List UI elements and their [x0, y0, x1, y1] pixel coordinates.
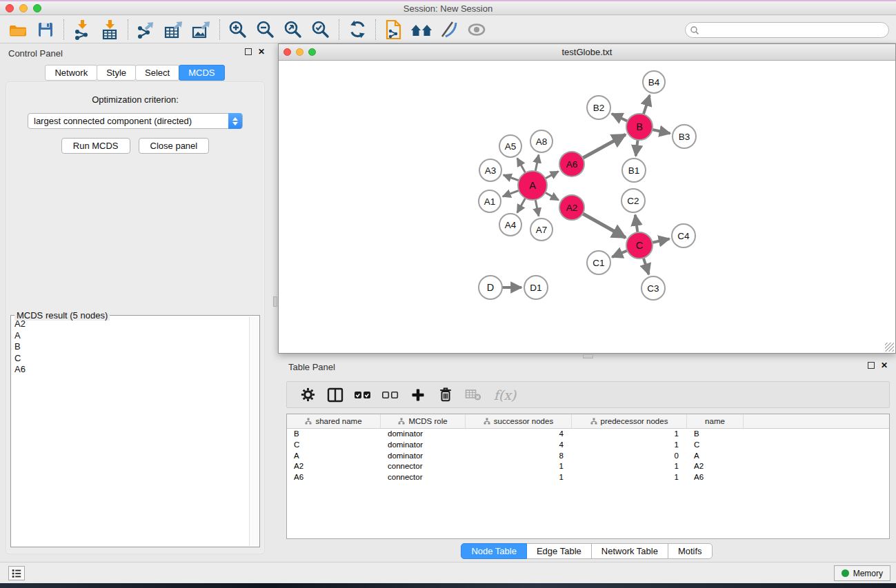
table-row[interactable]: Cdominator41C [287, 440, 889, 451]
column-header-successor-nodes[interactable]: successor nodes [466, 414, 572, 428]
tab-network[interactable]: Network [45, 65, 97, 81]
export-table-button[interactable] [160, 17, 188, 42]
table-cell[interactable]: A [287, 451, 381, 462]
zoom-fit-button[interactable] [279, 17, 307, 42]
search-input[interactable] [699, 24, 888, 37]
close-panel-icon[interactable]: ✕ [258, 48, 265, 55]
import-network-button[interactable] [68, 17, 96, 42]
show-panels-button[interactable] [8, 566, 25, 580]
graph-node-A3[interactable]: A3 [479, 159, 501, 181]
table-cell[interactable]: 1 [572, 429, 687, 440]
tab-node-table[interactable]: Node Table [461, 543, 527, 559]
table-settings-button[interactable] [295, 383, 320, 407]
table-cell[interactable]: 4 [466, 429, 572, 440]
mcds-result-item[interactable]: A2 [12, 318, 249, 330]
add-column-button[interactable] [406, 383, 430, 407]
criterion-select[interactable]: largest connected component (directed) [28, 113, 243, 129]
close-panel-button[interactable]: Close panel [139, 138, 210, 154]
save-session-button[interactable] [32, 17, 59, 42]
column-header-predecessor-nodes[interactable]: predecessor nodes [572, 414, 687, 428]
float-table-panel-icon[interactable] [868, 362, 875, 369]
deselect-all-button[interactable] [378, 383, 403, 407]
graph-node-C4[interactable]: C4 [672, 224, 695, 247]
table-cell[interactable]: 1 [466, 472, 572, 483]
column-header-MCDS-role[interactable]: MCDS role [381, 414, 466, 428]
zoom-out-button[interactable] [252, 17, 279, 42]
table-cell[interactable]: A2 [687, 461, 744, 472]
table-cell[interactable]: 1 [572, 461, 687, 472]
table-row[interactable]: Bdominator41B [287, 429, 889, 440]
table-cell[interactable]: connector [381, 472, 466, 483]
table-row[interactable]: Adominator80A [287, 451, 889, 462]
tab-style[interactable]: Style [97, 65, 136, 81]
tab-select[interactable]: Select [135, 65, 179, 81]
mcds-result-list[interactable]: A2ABCA6 [12, 318, 249, 546]
table-cell[interactable]: A6 [287, 472, 381, 483]
select-all-button[interactable] [350, 383, 375, 407]
table-cell[interactable]: 8 [466, 451, 572, 462]
table-cell[interactable]: 1 [572, 472, 687, 483]
mcds-result-item[interactable]: B [12, 341, 249, 353]
close-table-panel-icon[interactable]: ✕ [881, 362, 888, 369]
table-row[interactable]: A6connector11A6 [287, 472, 889, 483]
table-cell[interactable]: B [287, 429, 381, 440]
graph-node-B1[interactable]: B1 [622, 159, 646, 182]
network-canvas[interactable]: B4B2BB3A5A8A6A3B1AA1C2A2A4A7C4CC1C3DD1 [279, 61, 895, 353]
table-cell[interactable]: dominator [381, 440, 466, 451]
graph-node-A2[interactable]: A2 [559, 195, 584, 220]
window-resize-grip[interactable] [885, 343, 894, 352]
column-header-shared-name[interactable]: shared name [287, 414, 381, 428]
table-cell[interactable]: A6 [687, 472, 744, 483]
graph-node-A[interactable]: A [518, 171, 547, 200]
table-cell[interactable]: B [687, 429, 744, 440]
mcds-result-item[interactable]: A [12, 330, 249, 342]
graph-node-C[interactable]: C [626, 232, 653, 258]
delete-column-button[interactable] [433, 383, 458, 407]
mcds-result-item[interactable]: C [12, 353, 249, 365]
network-window-titlebar[interactable]: testGlobe.txt [279, 44, 895, 61]
zoom-in-button[interactable] [224, 17, 252, 42]
graph-node-B2[interactable]: B2 [587, 96, 610, 119]
graph-node-A7[interactable]: A7 [530, 219, 552, 241]
float-panel-icon[interactable] [245, 48, 252, 55]
tab-edge-table[interactable]: Edge Table [526, 543, 592, 559]
graph-node-A1[interactable]: A1 [479, 190, 501, 212]
graph-node-A4[interactable]: A4 [499, 214, 521, 236]
graph-node-B3[interactable]: B3 [673, 125, 696, 148]
table-cell[interactable]: A [687, 451, 744, 462]
table-cell[interactable]: dominator [381, 451, 466, 462]
table-row[interactable]: A2connector11A2 [287, 461, 889, 472]
graph-node-D1[interactable]: D1 [524, 276, 548, 299]
table-cell[interactable]: 1 [572, 440, 687, 451]
table-cell[interactable]: connector [381, 461, 466, 472]
open-file-button[interactable] [4, 17, 32, 42]
graph-node-D[interactable]: D [479, 276, 502, 299]
graph-node-B[interactable]: B [626, 114, 653, 140]
zoom-selected-button[interactable] [307, 17, 335, 42]
graph-node-C1[interactable]: C1 [587, 251, 610, 274]
graph-node-B4[interactable]: B4 [643, 71, 665, 93]
table-cell[interactable]: dominator [381, 429, 466, 440]
column-header-name[interactable]: name [687, 414, 744, 428]
memory-button[interactable]: Memory [834, 565, 890, 581]
table-cell[interactable]: 0 [572, 451, 687, 462]
search-box[interactable] [685, 22, 889, 38]
new-network-from-selection-button[interactable] [380, 17, 408, 42]
network-vertical-scroll-indicator[interactable] [273, 296, 277, 307]
show-graphics-details-button[interactable] [463, 17, 490, 42]
table-cell[interactable]: C [287, 440, 381, 451]
tab-network-table[interactable]: Network Table [591, 543, 668, 559]
table-cell[interactable]: 1 [466, 461, 572, 472]
mcds-result-item[interactable]: A6 [12, 364, 249, 376]
tab-mcds[interactable]: MCDS [179, 65, 224, 81]
graph-node-C3[interactable]: C3 [641, 276, 665, 300]
run-mcds-button[interactable]: Run MCDS [61, 138, 130, 154]
table-cell[interactable]: C [687, 440, 744, 451]
import-table-button[interactable] [96, 17, 123, 42]
result-list-scrollbar[interactable] [249, 316, 259, 546]
hide-graphics-details-button[interactable] [435, 17, 463, 42]
show-column-button[interactable] [323, 383, 348, 407]
export-image-button[interactable] [188, 17, 215, 42]
graph-node-A5[interactable]: A5 [499, 135, 521, 157]
table-cell[interactable]: 4 [466, 440, 572, 451]
